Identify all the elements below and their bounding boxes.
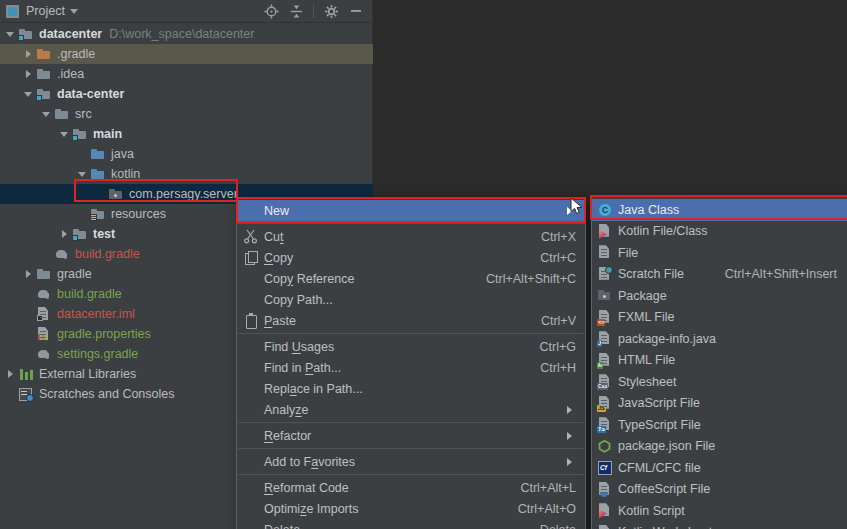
tree-item-kotlin[interactable]: kotlin [0, 164, 373, 184]
submenu-item-coffeescript-file[interactable]: CoffeeScript File [592, 479, 847, 501]
submenu-item-file[interactable]: File [592, 242, 847, 264]
chevron-down-icon[interactable] [76, 164, 90, 184]
empty-icon [243, 203, 259, 218]
submenu-item-label: package.json File [618, 439, 715, 453]
menu-item-label: Paste [264, 314, 296, 328]
menu-item-copy-reference[interactable]: Copy ReferenceCtrl+Alt+Shift+C [237, 268, 585, 289]
submenu-item-stylesheet[interactable]: Stylesheet [592, 371, 847, 393]
menu-item-copy-path[interactable]: Copy Path... [237, 289, 585, 310]
submenu-item-label: TypeScript File [618, 418, 701, 432]
menu-item-new[interactable]: New [237, 200, 585, 221]
submenu-item-javascript-file[interactable]: JavaScript File [592, 393, 847, 415]
menu-item-shortcut: Ctrl+H [540, 361, 576, 375]
submenu-item-scratch-file[interactable]: Scratch FileCtrl+Alt+Shift+Insert [592, 264, 847, 286]
submenu-item-shortcut: Ctrl+Alt+Shift+Insert [725, 267, 837, 281]
menu-item-reformat-code[interactable]: Reformat CodeCtrl+Alt+L [237, 477, 585, 498]
menu-item-delete[interactable]: Delete...Delete [237, 519, 585, 529]
submenu-item-java-class[interactable]: Java Class [592, 199, 847, 221]
menu-item-copy[interactable]: CopyCtrl+C [237, 247, 585, 268]
submenu-item-kotlin-worksheet[interactable]: Kotlin Worksheet [592, 522, 847, 529]
empty-icon [243, 428, 259, 443]
tool-window-title[interactable]: Project [26, 4, 65, 18]
menu-item-find-usages[interactable]: Find UsagesCtrl+G [237, 336, 585, 357]
tree-item-datacenter[interactable]: datacenterD:\work_space\datacenter [0, 24, 373, 44]
menu-item-find-in-path[interactable]: Find in Path...Ctrl+H [237, 357, 585, 378]
submenu-item-label: HTML File [618, 353, 675, 367]
menu-item-add-to-favorites[interactable]: Add to Favorites [237, 451, 585, 472]
stylesheet-badge [597, 383, 608, 390]
libraries-icon [18, 366, 35, 382]
kotlin-worksheet-icon [597, 525, 613, 529]
chevron-spacer [22, 344, 36, 364]
menu-item-optimize-imports[interactable]: Optimize ImportsCtrl+Alt+O [237, 498, 585, 519]
tree-item-label: gradle.properties [57, 327, 151, 341]
chevron-down-icon[interactable] [58, 124, 72, 144]
chevron-spacer [4, 384, 18, 404]
menu-item-shortcut: Ctrl+X [541, 230, 576, 244]
menu-item-refactor[interactable]: Refactor [237, 425, 585, 446]
submenu-item-label: JavaScript File [618, 396, 700, 410]
tree-item-main[interactable]: main [0, 124, 373, 144]
folder-blue-icon [90, 146, 107, 162]
settings-gear-icon[interactable] [321, 2, 341, 21]
menu-item-paste[interactable]: PasteCtrl+V [237, 310, 585, 331]
tree-item-java[interactable]: java [0, 144, 373, 164]
menu-item-shortcut: Ctrl+C [540, 251, 576, 265]
submenu-item-fxml-file[interactable]: FXML File [592, 307, 847, 329]
submenu-item-label: Kotlin Script [618, 504, 685, 518]
submenu-item-kotlin-file-class[interactable]: Kotlin File/Class [592, 221, 847, 243]
tree-item-src[interactable]: src [0, 104, 373, 124]
submenu-item-label: Stylesheet [618, 375, 676, 389]
chevron-right-icon[interactable] [58, 224, 72, 244]
tree-item-label: .gradle [57, 47, 95, 61]
tree-item-label: java [111, 147, 134, 161]
submenu-item-package[interactable]: Package [592, 285, 847, 307]
hide-panel-icon[interactable] [346, 2, 366, 21]
collapse-all-icon[interactable] [286, 2, 306, 21]
folder-orange-icon [36, 46, 53, 62]
empty-icon [243, 292, 259, 307]
submenu-item-package-json-file[interactable]: package.json File [592, 436, 847, 458]
empty-icon [243, 454, 259, 469]
tree-item-label: Scratches and Consoles [39, 387, 175, 401]
chevron-right-icon[interactable] [22, 264, 36, 284]
chevron-right-icon[interactable] [22, 64, 36, 84]
menu-item-replace-in-path[interactable]: Replace in Path... [237, 378, 585, 399]
resources-folder-badge [90, 214, 97, 221]
submenu-item-package-info-java[interactable]: package-info.java [592, 328, 847, 350]
menu-item-analyze[interactable]: Analyze [237, 399, 585, 420]
chevron-right-icon[interactable] [4, 364, 18, 384]
submenu-item-cfml-cfc-file[interactable]: CFML/CFC file [592, 457, 847, 479]
tree-item-path: D:\work_space\datacenter [109, 27, 254, 41]
submenu-item-label: Java Class [618, 203, 679, 217]
chevron-down-icon[interactable] [4, 24, 18, 44]
html-file-badge [597, 362, 603, 369]
chevron-down-icon[interactable] [70, 9, 78, 18]
context-menu: NewCutCtrl+XCopyCtrl+CCopy ReferenceCtrl… [236, 197, 586, 529]
chevron-spacer [22, 304, 36, 324]
chevron-down-icon[interactable] [40, 104, 54, 124]
submenu-item-html-file[interactable]: HTML File [592, 350, 847, 372]
submenu-arrow-icon [567, 432, 576, 440]
chevron-down-icon[interactable] [22, 84, 36, 104]
gradle-file-icon [54, 246, 71, 262]
menu-item-cut[interactable]: CutCtrl+X [237, 226, 585, 247]
locate-icon[interactable] [261, 2, 281, 21]
submenu-item-typescript-file[interactable]: TypeScript File [592, 414, 847, 436]
tree-item-gradle[interactable]: .gradle [0, 44, 373, 64]
menu-item-shortcut: Ctrl+V [541, 314, 576, 328]
menu-item-shortcut: Delete [540, 523, 576, 529]
javascript-file-badge [597, 405, 606, 412]
submenu-item-kotlin-script[interactable]: Kotlin Script [592, 500, 847, 522]
submenu-item-label: File [618, 246, 638, 260]
tree-item-label: External Libraries [39, 367, 136, 381]
submenu-item-label: Package [618, 289, 667, 303]
tree-item-label: com.persagy.server [129, 187, 238, 201]
chevron-right-icon[interactable] [22, 44, 36, 64]
tree-item-data-center[interactable]: data-center [0, 84, 373, 104]
module-folder-icon [72, 226, 89, 242]
typescript-file-icon [597, 417, 613, 432]
module-folder-icon [72, 126, 89, 142]
submenu-arrow-icon [567, 406, 576, 414]
tree-item-idea[interactable]: .idea [0, 64, 373, 84]
